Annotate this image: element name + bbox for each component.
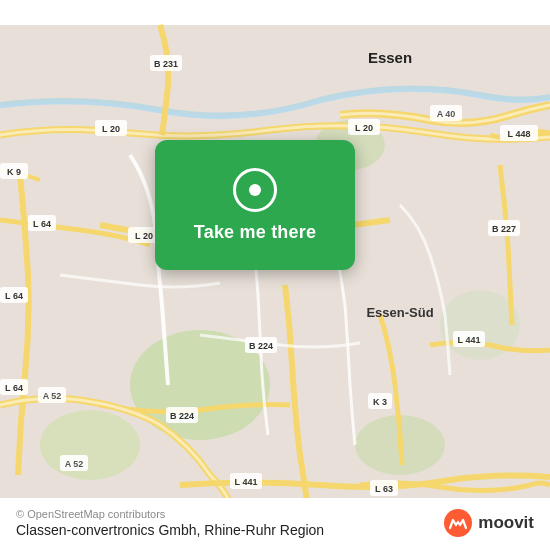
svg-text:L 20: L 20	[135, 231, 153, 241]
moovit-icon	[444, 509, 472, 537]
bottom-bar: © OpenStreetMap contributors Classen-con…	[0, 498, 550, 550]
map-container: L 20 B 231 L 20 A 40 L 448 K 9 L 64 L 20…	[0, 0, 550, 550]
svg-text:L 441: L 441	[235, 477, 258, 487]
svg-text:A 52: A 52	[65, 459, 84, 469]
bottom-text-wrap: © OpenStreetMap contributors Classen-con…	[16, 508, 324, 538]
svg-text:B 224: B 224	[249, 341, 273, 351]
svg-text:L 20: L 20	[355, 123, 373, 133]
svg-text:B 227: B 227	[492, 224, 516, 234]
svg-text:L 20: L 20	[102, 124, 120, 134]
svg-text:L 64: L 64	[5, 383, 23, 393]
svg-text:K 9: K 9	[7, 167, 21, 177]
svg-point-2	[40, 410, 140, 480]
svg-text:B 224: B 224	[170, 411, 194, 421]
take-me-there-label: Take me there	[194, 222, 316, 243]
map-attribution: © OpenStreetMap contributors	[16, 508, 324, 520]
svg-text:L 64: L 64	[33, 219, 51, 229]
svg-text:A 52: A 52	[43, 391, 62, 401]
take-me-there-card[interactable]: Take me there	[155, 140, 355, 270]
svg-text:L 63: L 63	[375, 484, 393, 494]
svg-text:L 441: L 441	[458, 335, 481, 345]
place-name: Classen-convertronics Gmbh, Rhine-Ruhr R…	[16, 522, 324, 538]
svg-text:K 3: K 3	[373, 397, 387, 407]
moovit-text: moovit	[478, 513, 534, 533]
svg-text:L 64: L 64	[5, 291, 23, 301]
location-icon	[233, 168, 277, 212]
moovit-logo: moovit	[444, 509, 534, 537]
svg-text:A 40: A 40	[437, 109, 456, 119]
svg-text:L 448: L 448	[508, 129, 531, 139]
svg-text:Essen: Essen	[368, 49, 412, 66]
svg-text:Essen-Süd: Essen-Süd	[366, 305, 433, 320]
svg-text:B 231: B 231	[154, 59, 178, 69]
map-svg: L 20 B 231 L 20 A 40 L 448 K 9 L 64 L 20…	[0, 0, 550, 550]
